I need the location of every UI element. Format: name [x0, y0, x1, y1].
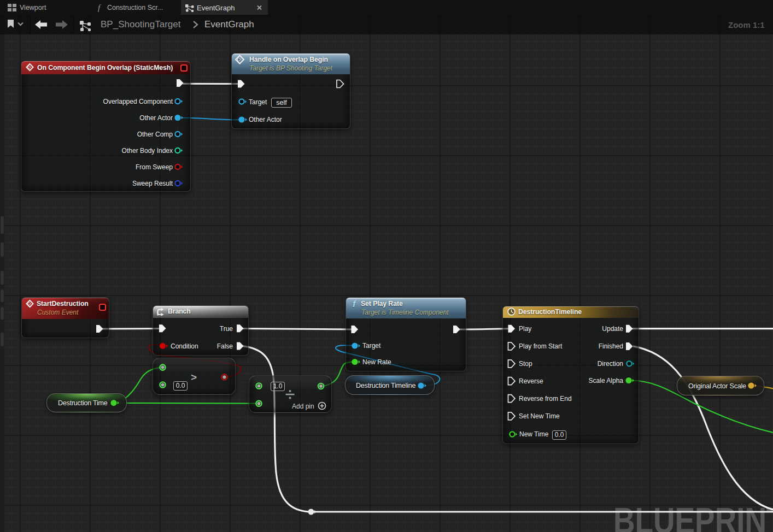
svg-text:f: f — [98, 3, 101, 12]
